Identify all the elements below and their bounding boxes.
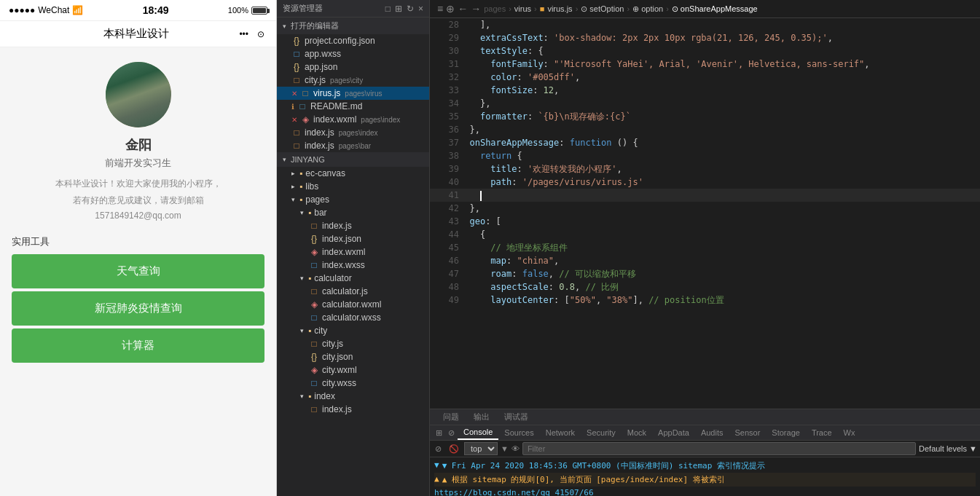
list-item[interactable]: ▪ index [277,390,429,403]
line-content: }, [459,202,980,215]
devtools-left-icon[interactable]: ⊞ [433,427,445,439]
file-name: city.js [322,339,343,349]
line-content: onShareAppMessage: function () { [459,136,980,149]
list-item[interactable]: □ city.js [277,337,429,350]
list-item[interactable]: {} index.json [277,232,429,245]
tab-wx[interactable]: Wx [838,426,861,439]
md-file-icon: □ [297,101,307,111]
list-item[interactable]: □ city.js pages\city [277,74,429,87]
covid-button[interactable]: 新冠肺炎疫情查询 [12,291,264,326]
tab-output[interactable]: 输出 [466,409,497,425]
tab-network[interactable]: Network [540,426,581,439]
open-editors-section[interactable]: 打开的编辑器 [277,17,429,34]
line-number: 44 [430,228,459,241]
tab-debugger[interactable]: 调试器 [497,409,536,425]
list-item[interactable]: ▪ pages [277,193,429,206]
tab-appdata[interactable]: AppData [652,426,695,439]
file-panel-actions[interactable]: □ ⊞ ↻ × [385,4,423,14]
list-item[interactable]: ▪ calculator [277,272,429,285]
forward-icon[interactable]: → [471,3,481,15]
devtools-block-icon[interactable]: ⊘ [445,427,458,439]
default-levels-select[interactable]: Default levels ▼ [919,444,977,453]
list-item[interactable]: □ index.js pages\bar [277,139,429,152]
list-item[interactable]: {} project.config.json [277,34,429,47]
new-file-button[interactable]: □ [385,4,391,14]
list-item[interactable]: ℹ □ README.md [277,100,429,113]
line-number: 34 [430,97,459,110]
file-path: pages\bar [339,142,371,150]
tab-trace[interactable]: Trace [806,426,838,439]
js-file-icon: □ [291,127,302,138]
folder-chevron [291,196,295,203]
dropdown-icon[interactable]: ▼ [501,444,509,453]
line-number: 47 [430,267,459,280]
table-row: 38 return { [430,149,980,162]
list-item[interactable]: ▪ ec-canvas [277,167,429,180]
js-file-icon: □ [309,404,319,414]
tab-sensor[interactable]: Sensor [729,426,766,439]
list-item[interactable]: □ app.wxss [277,47,429,60]
line-number: 45 [430,241,459,254]
breadcrumb: ≡ ⊕ ← → pages › virus › ■ virus.js › ⊙ s… [430,0,980,18]
file-name: project.config.json [305,36,375,46]
collapse-button[interactable]: × [418,4,423,14]
phone-status-bar: ●●●●● WeChat 📶 18:49 100% [0,0,276,21]
calculator-button[interactable]: 计算器 [12,328,264,363]
breadcrumb-arrow: › [627,4,630,13]
editor-area: ≡ ⊕ ← → pages › virus › ■ virus.js › ⊙ s… [430,0,980,496]
list-item[interactable]: □ index.wxss [277,259,429,272]
console-block-icon[interactable]: 🚫 [447,444,461,454]
list-item[interactable]: {} app.json [277,60,429,74]
new-folder-button[interactable]: ⊞ [395,4,402,14]
back-icon[interactable]: ← [458,3,468,15]
list-item[interactable]: □ index.js [277,219,429,232]
code-editor[interactable]: 28 ], 29 extraCssText: 'box-shadow: 2px … [430,18,980,409]
list-item[interactable]: ▪ city [277,324,429,337]
tab-security[interactable]: Security [581,426,622,439]
tab-audits[interactable]: Audits [695,426,729,439]
tab-sources[interactable]: Sources [498,426,539,439]
file-path: pages\city [330,76,363,84]
list-item[interactable]: ▪ libs [277,180,429,193]
list-item[interactable]: ◈ index.wxml [277,245,429,259]
list-item[interactable]: □ index.js [277,403,429,416]
console-link[interactable]: https://blog.csdn.net/qq_41507/66 [434,488,594,496]
list-item[interactable]: ✕ □ virus.js pages\virus [277,87,429,100]
file-name: city.wxss [322,378,356,388]
weather-button[interactable]: 天气查询 [12,254,264,288]
folder-name: ec-canvas [305,168,345,178]
line-number: 31 [430,58,459,71]
top-context-select[interactable]: top [464,442,498,455]
tab-issues[interactable]: 问题 [436,409,466,425]
table-row: 43 geo: [ [430,215,980,228]
list-item[interactable]: □ calculator.js [277,285,429,298]
file-explorer-panel: 资源管理器 □ ⊞ ↻ × 打开的编辑器 {} project.config.j… [277,0,430,496]
file-name: index.js [305,141,334,151]
breadcrumb-item: ■ [540,4,545,13]
bookmark-icon[interactable]: ⊕ [446,3,455,15]
console-clear-icon[interactable]: ⊘ [433,444,444,454]
refresh-button[interactable]: ↻ [407,4,414,14]
hamburger-icon[interactable]: ≡ [437,3,443,15]
list-item[interactable]: □ index.js pages\index [277,126,429,139]
eye-icon[interactable]: 👁 [511,444,520,453]
tab-storage[interactable]: Storage [766,426,806,439]
list-item[interactable]: ▪ bar [277,206,429,219]
list-item[interactable]: ✕ ◈ index.wxml pages\index [277,113,429,126]
tab-mock[interactable]: Mock [622,426,652,439]
list-item[interactable]: □ city.wxss [277,377,429,390]
project-section[interactable]: JINYANG [277,152,429,167]
circle-icon[interactable]: ⊙ [257,29,264,39]
line-content: }, [459,97,980,110]
list-item[interactable]: ◈ city.wxml [277,363,429,377]
more-icon[interactable]: ••• [239,29,248,39]
battery-pct-label: 100% [228,6,248,15]
list-item[interactable]: □ calculator.wxss [277,311,429,324]
phone-header-icons[interactable]: ••• ⊙ [239,29,264,39]
console-filter-input[interactable] [522,442,916,455]
list-item[interactable]: {} city.json [277,350,429,363]
line-number: 38 [430,149,459,162]
list-item[interactable]: ◈ calculator.wxml [277,298,429,311]
breadcrumb-arrow: › [534,4,537,13]
tab-console[interactable]: Console [458,425,498,440]
